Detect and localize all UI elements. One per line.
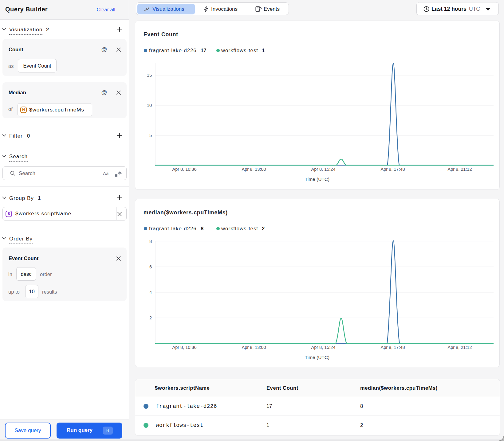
svg-text:Apr 8, 10:36: Apr 8, 10:36 — [172, 167, 197, 172]
svg-text:6: 6 — [149, 264, 152, 269]
svg-text:Apr 8, 17:48: Apr 8, 17:48 — [381, 345, 405, 350]
svg-text:5: 5 — [149, 133, 152, 138]
svg-text:Apr 8, 17:48: Apr 8, 17:48 — [381, 167, 405, 172]
svg-text:Apr 8, 15:24: Apr 8, 15:24 — [311, 345, 336, 350]
svg-text:4: 4 — [149, 290, 152, 295]
svg-text:15: 15 — [147, 73, 152, 78]
svg-text:8: 8 — [149, 239, 152, 244]
svg-text:2: 2 — [149, 315, 152, 320]
svg-text:Time (UTC): Time (UTC) — [305, 177, 329, 182]
svg-text:Apr 8, 21:12: Apr 8, 21:12 — [448, 167, 472, 172]
svg-text:Apr 8, 13:00: Apr 8, 13:00 — [242, 167, 266, 172]
svg-text:Apr 8, 15:24: Apr 8, 15:24 — [311, 167, 336, 172]
svg-text:Apr 8, 13:00: Apr 8, 13:00 — [242, 345, 266, 350]
svg-text:Time (UTC): Time (UTC) — [305, 355, 329, 360]
svg-text:10: 10 — [147, 103, 152, 108]
svg-text:Apr 8, 10:36: Apr 8, 10:36 — [172, 345, 197, 350]
svg-text:Apr 8, 21:12: Apr 8, 21:12 — [448, 345, 472, 350]
